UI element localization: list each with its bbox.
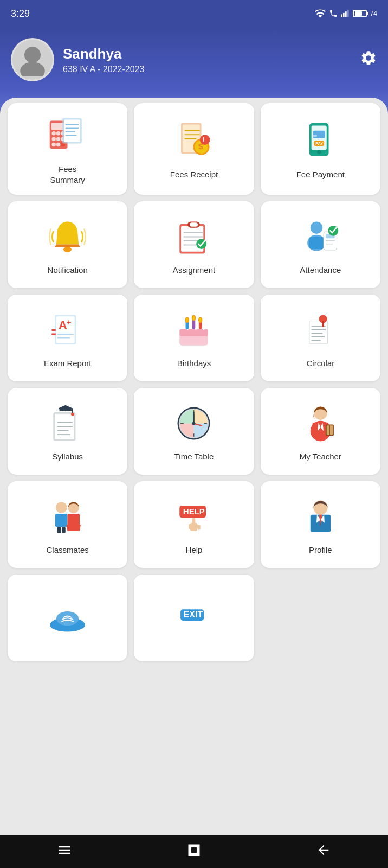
svg-rect-44 [190,222,198,227]
fee-payment-button[interactable]: PAY Fee Payment [261,103,380,195]
fees-summary-icon [46,114,89,157]
svg-point-39 [317,150,321,155]
svg-point-12 [56,137,61,141]
home-nav-button[interactable] [186,843,202,861]
svg-rect-52 [309,237,324,249]
profile-button[interactable]: Profile [261,481,380,568]
svg-rect-126 [192,518,196,525]
gear-icon [360,49,377,67]
fees-summary-button[interactable]: FeesSummary [8,103,127,195]
svg-point-74 [193,316,195,320]
bottom-nav [0,835,388,868]
time-table-icon [172,401,216,445]
notification-button[interactable]: Notification [8,201,127,288]
time-table-label: Time Table [174,451,214,462]
svg-rect-129 [198,525,201,529]
svg-point-15 [56,142,61,146]
fee-payment-icon: PAY [299,119,342,163]
svg-point-72 [186,318,189,322]
birthdays-label: Birthdays [177,358,211,369]
exam-report-icon: A + [46,308,89,352]
assignment-icon [172,215,216,258]
fees-receipt-button[interactable]: $ ! Fees Receipt [134,103,254,195]
svg-text:+: + [67,317,72,327]
help-button[interactable]: HELP Help [134,481,254,568]
circular-label: Circular [306,358,334,369]
my-teacher-label: My Teacher [300,451,341,462]
svg-text:PAY: PAY [315,141,323,146]
status-icons: 74 [315,9,377,18]
help-icon: HELP [172,495,216,538]
syllabus-icon [46,401,89,445]
profile-label: Profile [309,545,332,556]
svg-rect-1 [343,13,345,17]
svg-rect-120 [62,527,66,533]
circular-icon [299,308,342,352]
back-nav-button[interactable] [316,843,331,861]
my-teacher-icon [299,401,342,445]
svg-text:!: ! [203,137,205,144]
notification-icon [46,215,89,258]
svg-text:EXIT: EXIT [184,610,203,619]
fee-payment-label: Fee Payment [296,169,345,180]
help-label: Help [186,545,203,556]
svg-text:A: A [59,318,67,331]
fingerprint-icon [46,593,89,637]
fees-receipt-label: Fees Receipt [170,169,218,180]
svg-point-76 [199,318,202,322]
exit-icon: EXIT [172,593,216,637]
svg-rect-3 [347,10,349,17]
svg-point-50 [311,221,323,234]
status-bar: 3:29 74 [0,0,388,27]
svg-point-117 [56,502,67,513]
exam-report-button[interactable]: A + Exam Report [8,295,127,381]
signal-icon [341,9,350,18]
attendance-button[interactable]: Attendance [261,201,380,288]
exit-button[interactable]: EXIT [134,575,254,661]
phone-icon [329,9,338,18]
svg-rect-127 [189,524,192,529]
svg-point-31 [200,135,210,145]
classmates-icon [46,495,89,538]
menu-nav-button[interactable] [57,843,72,861]
fees-summary-label: FeesSummary [50,164,85,185]
svg-text:HELP: HELP [183,507,205,516]
svg-rect-128 [196,524,198,529]
svg-point-40 [63,247,72,252]
attendance-icon [299,215,342,258]
svg-rect-85 [322,321,324,327]
menu-grid: FeesSummary $ ! [8,103,380,661]
circular-button[interactable]: Circular [261,295,380,381]
settings-button[interactable] [360,49,377,71]
svg-rect-0 [341,14,342,17]
svg-rect-122 [68,514,80,526]
grid-container: FeesSummary $ ! [0,98,388,672]
header-left: Sandhya 638 IV A - 2022-2023 [11,38,144,81]
birthdays-button[interactable]: Birthdays [134,295,254,381]
syllabus-button[interactable]: Syllabus [8,388,127,475]
svg-rect-2 [345,11,347,17]
svg-point-14 [52,142,56,146]
exam-report-label: Exam Report [44,358,92,369]
classmates-button[interactable]: Classmates [8,481,127,568]
svg-rect-119 [57,527,61,533]
user-class: 638 IV A - 2022-2023 [63,65,144,74]
user-name: Sandhya [63,46,144,62]
svg-point-91 [71,413,74,416]
wifi-icon [315,9,326,18]
time-table-button[interactable]: Time Table [134,388,254,475]
avatar-icon [16,43,49,76]
assignment-button[interactable]: Assignment [134,201,254,288]
svg-point-108 [192,422,196,425]
profile-icon [299,495,342,538]
svg-rect-35 [313,131,325,138]
svg-rect-118 [55,514,68,527]
notification-label: Notification [48,265,88,276]
status-time: 3:29 [11,8,30,20]
svg-rect-18 [64,119,80,142]
battery-text: 74 [370,10,377,17]
svg-rect-36 [313,135,317,137]
svg-point-11 [52,137,56,141]
fingerprint-button[interactable] [8,575,127,661]
my-teacher-button[interactable]: My Teacher [261,388,380,475]
